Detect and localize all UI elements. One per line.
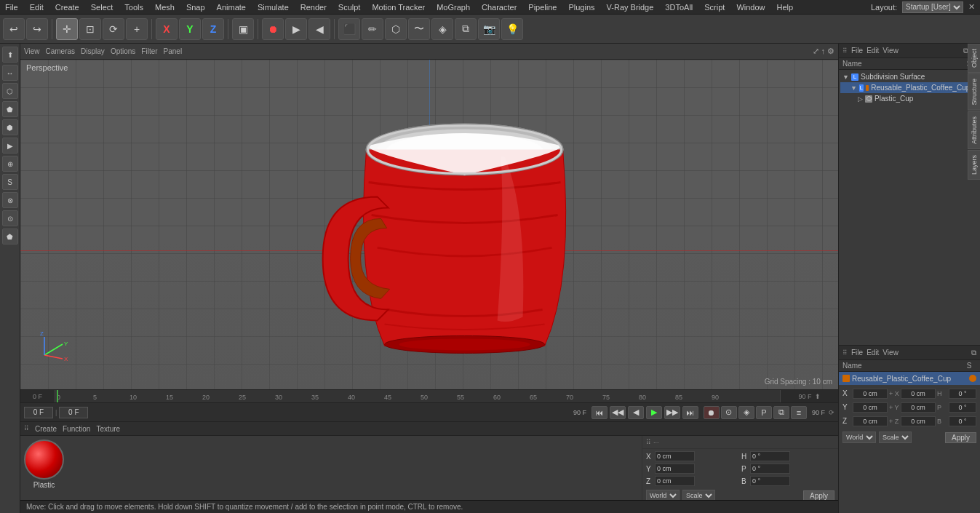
coord-y-input[interactable] xyxy=(655,464,695,474)
move-tool-button[interactable]: ✛ xyxy=(56,18,78,40)
coord-p-input[interactable] xyxy=(750,464,790,474)
menu-motion-tracker[interactable]: Motion Tracker xyxy=(370,3,427,12)
obj-menu-view[interactable]: View xyxy=(883,47,899,55)
coord-z-input[interactable] xyxy=(655,476,695,486)
record-mode-btn[interactable]: ⏺ xyxy=(704,406,720,419)
side-tab-structure[interactable]: Structure xyxy=(968,73,980,111)
material-item-plastic[interactable]: Plastic xyxy=(24,440,64,489)
step-fwd-btn[interactable]: ▶▶ xyxy=(664,406,680,419)
left-tool-1[interactable]: ↔ xyxy=(2,65,18,81)
material-ball[interactable] xyxy=(24,440,64,480)
x-axis-button[interactable]: X xyxy=(156,18,178,40)
tab-filter[interactable]: Filter xyxy=(141,47,157,55)
menu-pipeline[interactable]: Pipeline xyxy=(526,3,559,12)
attr-menu-view[interactable]: View xyxy=(883,349,899,357)
frame-2-input[interactable] xyxy=(59,407,88,418)
light-btn[interactable]: 💡 xyxy=(501,18,523,40)
auto-key-btn[interactable]: ⊙ xyxy=(721,406,737,419)
left-tool-2[interactable]: ⬡ xyxy=(2,83,18,99)
attr-menu-edit[interactable]: Edit xyxy=(867,349,879,357)
side-tab-attributes[interactable]: Attributes xyxy=(968,111,980,149)
attr-x-pos[interactable] xyxy=(853,389,888,399)
spline-btn[interactable]: 〜 xyxy=(408,18,430,40)
attr-icon-1[interactable]: ⧉ xyxy=(971,349,976,357)
close-btn[interactable]: ✕ xyxy=(966,2,977,12)
attr-world-dropdown[interactable]: World xyxy=(842,432,876,443)
mat-tab-function[interactable]: Function xyxy=(63,425,90,433)
left-tool-10[interactable]: ⬟ xyxy=(2,228,18,244)
mat-tab-texture[interactable]: Texture xyxy=(96,425,120,433)
tab-panel[interactable]: Panel xyxy=(164,47,183,55)
menu-vray-bridge[interactable]: V-Ray Bridge xyxy=(605,3,656,12)
side-tab-object[interactable]: Object xyxy=(968,44,980,73)
menu-tools[interactable]: Tools xyxy=(122,3,146,12)
left-tool-6[interactable]: ⊕ xyxy=(2,156,18,172)
obj-plastic-cup[interactable]: ▷ ⬡ Plastic_Cup xyxy=(840,93,979,104)
menu-render[interactable]: Render xyxy=(298,3,329,12)
left-tool-8[interactable]: ⊗ xyxy=(2,192,18,208)
attr-b-val[interactable] xyxy=(949,416,976,426)
coord-b-input[interactable] xyxy=(750,476,790,486)
play-rev-btn[interactable]: ◀◀ xyxy=(610,406,626,419)
viewport-icon-maximize[interactable]: ⤢ xyxy=(813,47,819,56)
menu-create[interactable]: Create xyxy=(53,3,81,12)
left-tool-7[interactable]: S xyxy=(2,174,18,190)
rotate-tool-button[interactable]: ⟳ xyxy=(103,18,124,40)
left-tool-4[interactable]: ⬢ xyxy=(2,119,18,135)
attr-apply-button[interactable]: Apply xyxy=(945,432,976,443)
tab-display[interactable]: Display xyxy=(81,47,105,55)
z-axis-button[interactable]: Z xyxy=(202,18,224,40)
menu-mograph[interactable]: MoGraph xyxy=(434,3,472,12)
attr-scale-dropdown[interactable]: Scale xyxy=(879,432,912,443)
menu-edit[interactable]: Edit xyxy=(28,3,46,12)
play-reverse-btn[interactable]: ◀ xyxy=(308,18,330,40)
attr-z-rot[interactable] xyxy=(901,416,936,426)
object-mode-button[interactable]: ▣ xyxy=(232,18,254,40)
coord-h-input[interactable] xyxy=(750,451,790,461)
scale-tool-button[interactable]: ⊡ xyxy=(79,18,101,40)
polygon-btn[interactable]: ⬡ xyxy=(385,18,407,40)
menu-snap[interactable]: Snap xyxy=(184,3,207,12)
attr-p-val[interactable] xyxy=(949,402,976,413)
menu-simulate[interactable]: Simulate xyxy=(255,3,291,12)
left-tool-5[interactable]: ▶ xyxy=(2,138,18,154)
cube-primitive-btn[interactable]: ⬛ xyxy=(338,18,360,40)
menu-script[interactable]: Script xyxy=(702,3,727,12)
menu-sculpt[interactable]: Sculpt xyxy=(336,3,363,12)
coord-x-input[interactable] xyxy=(655,451,695,461)
left-tool-3[interactable]: ⬟ xyxy=(2,101,18,117)
tab-cameras[interactable]: Cameras xyxy=(46,47,76,55)
attr-h-val[interactable] xyxy=(949,389,976,399)
menu-3dtoall[interactable]: 3DToAll xyxy=(663,3,695,12)
redo-button[interactable]: ↪ xyxy=(26,18,48,40)
attr-selected-object[interactable]: Reusable_Plastic_Coffee_Cup xyxy=(839,372,980,385)
attr-y-pos[interactable] xyxy=(853,402,888,413)
layout-select[interactable]: Startup [User] xyxy=(902,1,963,13)
viewport-icon-up[interactable]: ↑ xyxy=(821,47,826,56)
obj-subdivision-surface[interactable]: ▼ L Subdivision Surface xyxy=(840,71,979,82)
menu-plugins[interactable]: Plugins xyxy=(566,3,597,12)
left-tool-0[interactable]: ⬆ xyxy=(2,47,18,63)
obj-plastic-coffee-cup[interactable]: ▼ L Reusable_Plastic_Coffee_Cup xyxy=(840,82,979,93)
mat-tab-create[interactable]: Create xyxy=(35,425,57,433)
pose-mode-btn[interactable]: P xyxy=(756,406,772,419)
play-forward-btn[interactable]: ▶ xyxy=(285,18,307,40)
attr-x-rot[interactable] xyxy=(901,389,936,399)
obj-menu-edit[interactable]: Edit xyxy=(867,47,879,55)
motion-mode-btn[interactable]: ◈ xyxy=(738,406,754,419)
menu-window[interactable]: Window xyxy=(734,3,767,12)
3d-viewport[interactable]: Perspective Grid Spacing : 10 cm Y X Z xyxy=(20,60,838,389)
anim-mode-btn[interactable]: ≡ xyxy=(791,406,807,419)
menu-file[interactable]: File xyxy=(3,3,20,12)
menu-mesh[interactable]: Mesh xyxy=(153,3,177,12)
left-tool-9[interactable]: ⊙ xyxy=(2,210,18,226)
jump-end-btn[interactable]: ⏭ xyxy=(682,406,698,419)
add-tool-button[interactable]: + xyxy=(126,18,148,40)
tab-view[interactable]: View xyxy=(24,47,40,55)
tab-options[interactable]: Options xyxy=(111,47,135,55)
loop-btn[interactable]: ⧉ xyxy=(773,406,789,419)
play-fwd-btn[interactable]: ▶ xyxy=(646,406,662,419)
field-btn[interactable]: ⧉ xyxy=(455,18,477,40)
attr-z-pos[interactable] xyxy=(853,416,888,426)
obj-menu-file[interactable]: File xyxy=(851,47,863,55)
